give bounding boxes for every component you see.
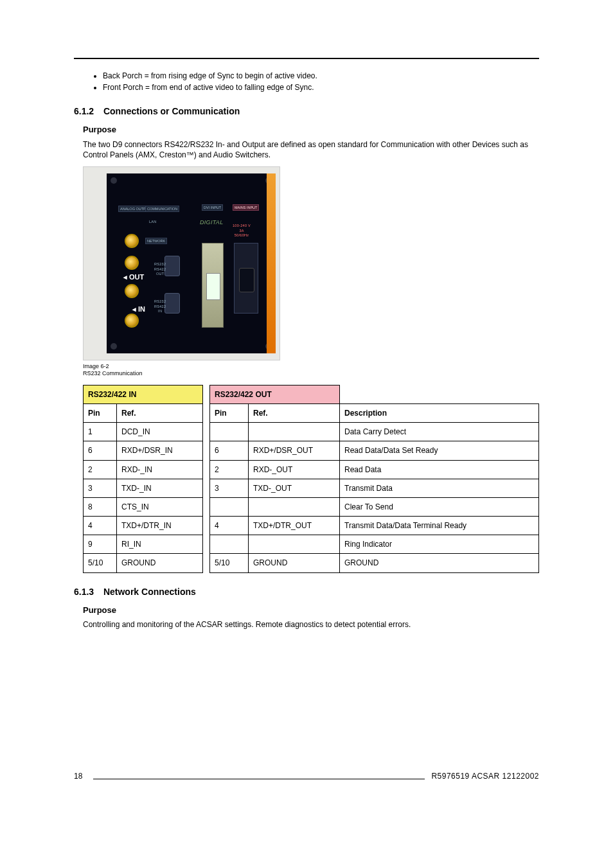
cell-ref-in: GROUND [117,554,203,572]
cell-ref-in: TXD-_IN [117,479,203,497]
cell-desc: Ring Indicator [340,535,539,554]
pinout-table: RS232/422 IN RS232/422 OUT Pin Ref. Pin … [83,385,539,573]
label-in: ◂ IN [132,305,145,314]
cell-ref-in: RI_IN [117,535,203,554]
cell-desc: Transmit Data/Data Terminal Ready [340,517,539,535]
table-row: 3TXD-_IN3TXD-_OUTTransmit Data [84,479,539,497]
label-mains-input: MAINS INPUT [233,204,259,211]
cell-ref-in: RXD-_IN [117,460,203,479]
cell-pin-in: 4 [84,517,117,535]
table-row: 1DCD_INData Carry Detect [84,423,539,441]
cell-ref-in: RXD+/DSR_IN [117,441,203,460]
cell-pin-in: 5/10 [84,554,117,572]
section-613-heading: 6.1.3 Network Connections [74,586,539,598]
cell-pin-in: 9 [84,535,117,554]
cell-desc: Read Data/Data Set Ready [340,441,539,460]
cell-pin-in: 6 [84,441,117,460]
th-desc: Description [340,403,539,422]
figure-rs232: ANALOG OUTPUT COMMUNICATION LAN NETWORK … [83,166,280,360]
figure-caption: Image 6-2 RS232 Communication [83,363,539,377]
cell-ref-in: DCD_IN [117,423,203,441]
cell-ref-out [249,535,340,554]
cell-pin-out [210,497,249,516]
page-footer: 18 R5976519 ACSAR 12122002 [74,771,539,781]
label-network: NETWORK [145,238,167,244]
caption-line1: Image 6-2 [83,363,109,369]
cell-desc: Transmit Data [340,479,539,497]
table-row: 6RXD+/DSR_IN6RXD+/DSR_OUTRead Data/Data … [84,441,539,460]
section-612-title: Connections or Communication [103,106,240,116]
label-out: ◂ OUT [123,272,144,282]
label-lan: LAN [149,220,157,224]
purpose-label-613: Purpose [83,605,539,616]
th-ref-out: Ref. [249,403,340,422]
table-row: 9RI_INRing Indicator [84,535,539,554]
cell-pin-in: 3 [84,479,117,497]
page-number: 18 [74,771,93,781]
section-613-title: Network Connections [103,587,196,597]
label-digital: DIGITAL [200,218,223,226]
cell-ref-out: RXD+/DSR_OUT [249,441,340,460]
cell-ref-out [249,497,340,516]
purpose-text-612: The two D9 connectors RS422/RS232 In- an… [83,139,539,160]
cell-ref-out: RXD-_OUT [249,460,340,479]
cell-pin-in: 2 [84,460,117,479]
cell-pin-out [210,423,249,441]
label-rs232-out: RS232 RS422 OUT [154,262,166,276]
cell-ref-in: CTS_IN [117,497,203,516]
doc-ref: R5976519 ACSAR 12122002 [425,771,539,781]
cell-desc: GROUND [340,554,539,572]
cell-pin-out: 6 [210,441,249,460]
note-frontporch: Front Porch = from end of active video t… [103,82,539,93]
label-voltage: 100-240 V 3A 50/60Hz [233,224,251,238]
cell-pin-out: 5/10 [210,554,249,572]
caption-line2: RS232 Communication [83,370,143,376]
purpose-label-612: Purpose [83,124,539,136]
cell-desc: Clear To Send [340,497,539,516]
table-row: 4TXD+/DTR_IN4TXD+/DTR_OUTTransmit Data/D… [84,517,539,535]
th-out-header: RS232/422 OUT [210,385,340,403]
purpose-text-613: Controlling and monitoring of the ACSAR … [83,619,539,630]
cell-ref-out: TXD+/DTR_OUT [249,517,340,535]
table-row: 8CTS_INClear To Send [84,497,539,516]
table-row: 5/10GROUND5/10GROUNDGROUND [84,554,539,572]
cell-pin-out: 2 [210,460,249,479]
label-dvi-input: DVI INPUT [202,204,223,211]
th-ref-in: Ref. [117,403,203,422]
th-pin-in: Pin [84,403,117,422]
th-pin-out: Pin [210,403,249,422]
section-612-number: 6.1.2 [74,105,101,118]
label-communication: COMMUNICATION [145,206,179,212]
cell-pin-out: 4 [210,517,249,535]
cell-pin-in: 1 [84,423,117,441]
cell-pin-in: 8 [84,497,117,516]
label-rs232-in: RS232 RS422 IN [154,299,166,314]
section-613-number: 6.1.3 [74,586,101,598]
cell-pin-out [210,535,249,554]
th-in-header: RS232/422 IN [84,385,203,403]
cell-desc: Read Data [340,460,539,479]
cell-pin-out: 3 [210,479,249,497]
note-backporch: Back Porch = from rising edge of Sync to… [103,71,539,81]
cell-ref-in: TXD+/DTR_IN [117,517,203,535]
table-row: 2RXD-_IN2RXD-_OUTRead Data [84,460,539,479]
cell-desc: Data Carry Detect [340,423,539,441]
notes-list: Back Porch = from rising edge of Sync to… [74,71,539,93]
section-612-heading: 6.1.2 Connections or Communication [74,105,539,118]
cell-ref-out [249,423,340,441]
cell-ref-out: TXD-_OUT [249,479,340,497]
cell-ref-out: GROUND [249,554,340,572]
